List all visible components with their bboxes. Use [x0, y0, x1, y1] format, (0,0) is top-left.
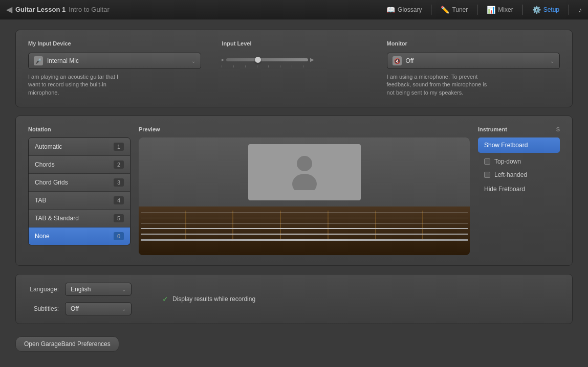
notation-tab-num: 4 [114, 196, 124, 204]
notation-automatic-label: Automatic [35, 143, 62, 150]
notation-list: Automatic 1 Chords 2 Chord Grids 3 TAB 4 [28, 137, 130, 245]
instrument-title: Instrument [478, 126, 507, 132]
nav-separator-1 [431, 5, 431, 15]
top-navigation: ◀ Guitar Lesson 1 Intro to Guitar 📖 Glos… [0, 0, 588, 19]
tuner-label: Tuner [452, 6, 468, 13]
show-fretboard-label: Show Fretboard [484, 142, 528, 149]
mixer-icon: 📊 [487, 6, 495, 14]
select-inner: 🎤 Internal Mic [34, 56, 79, 65]
input-device-select[interactable]: 🎤 Internal Mic ⌄ [28, 53, 201, 69]
language-select[interactable]: English ⌄ [65, 283, 132, 296]
show-fretboard-button[interactable]: Show Fretboard [478, 137, 560, 153]
subtitles-chevron-icon: ⌄ [122, 306, 126, 312]
monitor-value: Off [406, 57, 414, 64]
display-results-label: Display results while recording [172, 295, 255, 303]
language-row: Language: English ⌄ [28, 283, 132, 296]
top-down-row[interactable]: Top-down [478, 155, 560, 168]
setup-icon: ⚙️ [532, 6, 541, 14]
mic-icon: 🎤 [34, 56, 43, 65]
monitor-select[interactable]: 🔇 Off ⌄ [387, 53, 560, 69]
slider-min-icon: ▸ [222, 57, 224, 62]
prefs-btn-label: Open GarageBand Preferences [24, 340, 111, 348]
lesson-title: Guitar Lesson 1 [15, 6, 66, 13]
notation-automatic-num: 1 [114, 143, 124, 151]
left-handed-label: Left-handed [494, 171, 527, 178]
subtitles-select[interactable]: Off ⌄ [65, 302, 132, 315]
string-5 [141, 234, 468, 235]
tuner-icon: ✏️ [441, 6, 449, 14]
input-device-description: I am playing an acoustic guitar that I w… [28, 73, 130, 97]
string-3 [141, 223, 468, 223]
notation-chords-label: Chords [35, 161, 55, 168]
input-level-slider[interactable] [226, 58, 308, 61]
left-handed-checkbox[interactable] [484, 172, 490, 178]
slider-mark-4 [257, 65, 257, 67]
music-icon: ♪ [578, 6, 582, 14]
input-device-panel: My Input Device 🎤 Internal Mic ⌄ I am pl… [15, 30, 573, 107]
notation-none[interactable]: None 0 [29, 227, 130, 245]
lesson-subtitle: Intro to Guitar [69, 6, 109, 13]
nav-tuner[interactable]: ✏️ Tuner [441, 6, 468, 14]
string-1 [141, 213, 468, 213]
monitor-select-inner: 🔇 Off [393, 56, 414, 65]
left-handed-row[interactable]: Left-handed [478, 168, 560, 181]
notation-chord-grids-num: 3 [114, 178, 124, 187]
display-results-row: ✓ Display results while recording [162, 295, 255, 303]
notation-none-num: 0 [114, 232, 124, 240]
notation-tab-standard-label: TAB & Standard [35, 215, 79, 222]
nav-right: 📖 Glossary ✏️ Tuner 📊 Mixer ⚙️ Setup ♪ [386, 5, 582, 15]
monitor-section: Monitor 🔇 Off ⌄ I am using a microphone.… [387, 40, 560, 97]
input-row: My Input Device 🎤 Internal Mic ⌄ I am pl… [28, 40, 560, 97]
input-device-value: Internal Mic [47, 57, 79, 64]
notation-automatic[interactable]: Automatic 1 [29, 138, 130, 156]
prefs-row: Open GarageBand Preferences [15, 332, 573, 356]
slider-max-icon: ▶ [310, 57, 314, 62]
slider-thumb [255, 57, 261, 63]
input-level-slider-container: ▸ ▶ [222, 53, 366, 67]
language-chevron-icon: ⌄ [122, 287, 126, 292]
notation-chord-grids-label: Chord Grids [35, 179, 68, 186]
open-garageband-preferences-button[interactable]: Open GarageBand Preferences [15, 336, 119, 352]
notation-tab[interactable]: TAB 4 [29, 192, 130, 210]
input-level-label: Input Level [222, 40, 366, 47]
slider-mark-1 [222, 65, 222, 67]
language-panel: Language: English ⌄ Subtitles: Off ⌄ ✓ D… [15, 274, 573, 324]
preview-bottom [139, 207, 470, 255]
nav-separator-2 [477, 5, 477, 15]
svg-point-1 [292, 174, 317, 190]
top-down-checkbox[interactable] [484, 158, 490, 165]
slider-mark-3 [245, 65, 246, 67]
nav-music[interactable]: ♪ [578, 6, 582, 14]
slider-mark-6 [280, 65, 280, 67]
glossary-label: Glossary [398, 6, 422, 13]
slider-mark-8 [303, 65, 303, 67]
top-down-label: Top-down [494, 158, 521, 165]
monitor-label: Monitor [387, 40, 560, 47]
slider-mark-2 [233, 65, 234, 67]
notation-tab-standard[interactable]: TAB & Standard 5 [29, 210, 130, 227]
input-device-label: My Input Device [28, 40, 201, 47]
nav-mixer[interactable]: 📊 Mixer [487, 6, 513, 14]
preview-section: Preview [139, 126, 470, 255]
notation-chord-grids[interactable]: Chord Grids 3 [29, 174, 130, 192]
main-content: My Input Device 🎤 Internal Mic ⌄ I am pl… [0, 19, 588, 366]
notation-tab-standard-num: 5 [114, 214, 124, 222]
string-2 [141, 218, 468, 218]
nav-separator-3 [522, 5, 523, 15]
book-icon: 📖 [386, 6, 395, 14]
nav-glossary[interactable]: 📖 Glossary [386, 6, 422, 14]
language-value: English [71, 286, 91, 293]
speaker-icon: 🔇 [393, 56, 402, 65]
video-placeholder [248, 144, 361, 200]
notation-chords[interactable]: Chords 2 [29, 156, 130, 174]
hide-fretboard-button[interactable]: Hide Fretboard [478, 181, 560, 197]
notation-chords-num: 2 [114, 160, 124, 169]
checkmark-icon: ✓ [162, 295, 168, 303]
preview-title: Preview [139, 126, 470, 132]
slider-mark-7 [292, 65, 292, 67]
instrument-section: Instrument S Show Fretboard Top-down Lef… [478, 126, 560, 255]
person-silhouette-icon [289, 154, 320, 190]
back-button[interactable]: ◀ [6, 5, 12, 14]
string-4 [141, 228, 468, 229]
nav-setup[interactable]: ⚙️ Setup [532, 6, 559, 14]
